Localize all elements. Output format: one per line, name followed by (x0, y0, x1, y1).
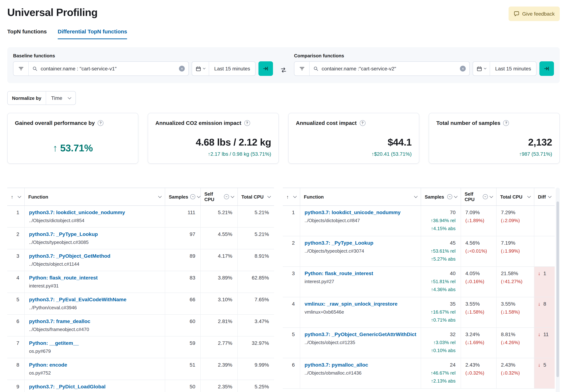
samples-cell: 32 ↑3.03% rel ↑0.10% abs (421, 328, 461, 358)
calendar-dropdown-button[interactable] (192, 62, 209, 75)
normalize-row: Normalize by Time (7, 91, 560, 105)
swap-comparison-button[interactable] (273, 67, 294, 73)
function-cell: python3.7: lookdict_unicode_nodummy ../O… (300, 206, 421, 236)
scrollbar-thumb[interactable] (556, 201, 559, 377)
samples-cell: 66 (165, 293, 201, 314)
total-cpu-cell: 5.21% (238, 206, 274, 227)
function-link[interactable]: python3.7: _PyType_Lookup (29, 231, 98, 237)
total-cpu-cell: 62.85% (238, 271, 274, 293)
function-link[interactable]: python3.7: _PyObject_GenericGetAttrWithD… (304, 331, 416, 337)
filter-icon[interactable] (294, 62, 310, 75)
self-cpu-column-header[interactable]: Self CPU ~ (201, 188, 238, 205)
total-cpu-cell: 32.97% (238, 336, 274, 358)
tab-differential-topn-functions[interactable]: Differential TopN functions (58, 28, 127, 39)
help-icon[interactable]: ? (503, 120, 509, 126)
chevron-down-icon[interactable] (64, 91, 75, 105)
self-cpu-change: (↓0.16%) (465, 279, 492, 284)
table-row: 9 python3.7: _PyDict_LoadGlobal 50 2.35%… (7, 380, 274, 392)
self-cpu-value: 7.09% (465, 210, 492, 215)
baseline-time-range[interactable]: Last 15 minutes (209, 66, 255, 71)
self-cpu-cell: 2.39% (201, 358, 238, 380)
total-cpu-cell: 7.19% (↓1.99%) (497, 236, 534, 266)
function-link[interactable]: python3.7: _PyEval_EvalCodeWithName (29, 296, 126, 302)
function-path: os.py#752 (29, 370, 160, 376)
total-cpu-column-header[interactable]: Total CPU (238, 188, 274, 205)
help-icon[interactable]: ? (98, 120, 103, 126)
filter-icon[interactable] (14, 62, 29, 75)
samples-cell: 59 (165, 336, 201, 358)
function-link[interactable]: Python: flask_route_interest (304, 270, 373, 276)
filter-panel: Baseline functions × (7, 47, 560, 83)
table-row: 1 python3.7: lookdict_unicode_nodummy ..… (7, 206, 274, 228)
function-path: ../Objects/obmalloc.c#1436 (304, 370, 416, 376)
apply-arrow-icon (263, 66, 269, 71)
comparison-apply-button[interactable] (539, 61, 554, 76)
samples-column-header[interactable]: Samples ~ (165, 188, 201, 205)
function-column-header[interactable]: Function (300, 188, 421, 205)
total-cpu-cell: 3.55% (↓1.58%) (497, 297, 534, 327)
self-cpu-change: (↓1.89%) (465, 218, 492, 223)
help-icon[interactable]: ? (360, 120, 365, 126)
comparison-query-input[interactable] (322, 66, 456, 71)
arrow-down-icon: ↓ (538, 270, 540, 276)
clear-icon[interactable]: × (460, 66, 466, 71)
table-row: 6 python3.7: frame_dealloc ../Objects/fr… (7, 315, 274, 336)
baseline-apply-button[interactable] (259, 61, 273, 76)
baseline-filter-group: Baseline functions × (13, 53, 273, 76)
table-row: 6 python3.7: pymalloc_alloc ../Objects/o… (283, 358, 555, 389)
function-path: interest.py#27 (304, 279, 416, 284)
rank-cell: 2 (7, 228, 25, 249)
function-link[interactable]: Python: encode (29, 362, 67, 368)
samples-column-header[interactable]: Samples ~ (421, 188, 461, 205)
rank-cell: 1 (7, 206, 25, 227)
feedback-label: Give feedback (522, 11, 555, 17)
chevron-down-icon (548, 194, 552, 198)
clear-icon[interactable]: × (179, 66, 185, 71)
function-cell: python3.7: _PyDict_LoadGlobal (25, 380, 165, 392)
normalize-by-select[interactable]: Time (46, 91, 64, 105)
total-cpu-value: 21.58% (501, 270, 530, 276)
function-link[interactable]: python3.7: pymalloc_alloc (304, 362, 368, 368)
diff-cell (534, 206, 555, 236)
self-cpu-column-header[interactable]: Self CPU ~ (461, 188, 497, 205)
function-cell: vmlinux: _raw_spin_unlock_irqrestore vml… (300, 297, 421, 327)
function-column-header[interactable]: Function (25, 188, 165, 205)
calendar-icon (196, 66, 201, 71)
co2-delta: ↑2.17 lbs / 0.98 kg (53.71%) (155, 151, 271, 157)
function-link[interactable]: python3.7: _PyType_Lookup (304, 240, 373, 246)
give-feedback-button[interactable]: Give feedback (508, 7, 560, 21)
estimate-icon: ~ (483, 194, 488, 199)
function-link[interactable]: python3.7: lookdict_unicode_nodummy (304, 210, 401, 215)
function-link[interactable]: Python: __getitem__ (29, 340, 79, 346)
sort-ascending-icon: ↑ (286, 194, 289, 199)
total-cpu-column-header[interactable]: Total CPU (497, 188, 534, 205)
total-cpu-value: 8.81% (501, 331, 530, 337)
chevron-down-icon (197, 194, 201, 198)
card-title: Annualized CO2 emission impact (155, 120, 241, 126)
samples-rel-change: ↑16.67% rel (425, 309, 456, 315)
rank-column-header[interactable]: ↑ (7, 188, 25, 205)
comparison-time-range[interactable]: Last 15 minutes (490, 66, 536, 71)
function-link[interactable]: vmlinux: _raw_spin_unlock_irqrestore (304, 301, 398, 307)
function-link[interactable]: python3.7: _PyDict_LoadGlobal (29, 384, 106, 390)
table-row: 2 python3.7: _PyType_Lookup ../Objects/t… (7, 228, 274, 249)
function-link[interactable]: python3.7: lookdict_unicode_nodummy (29, 210, 125, 215)
tab-topn-functions[interactable]: TopN functions (7, 28, 47, 39)
self-cpu-cell: 3.55% (↓1.58%) (461, 297, 497, 327)
function-cell: Python: __getitem__ os.py#679 (25, 336, 165, 358)
comparison-search-combo: × (294, 61, 470, 76)
self-cpu-change: (↓0.32%) (465, 370, 492, 376)
function-link[interactable]: python3.7: _PyObject_GetMethod (29, 253, 110, 259)
rank-column-header[interactable]: ↑ (283, 188, 300, 205)
comparison-controls: × Last 15 minutes (294, 61, 554, 76)
header-label: Self CPU (465, 191, 481, 202)
function-link[interactable]: Python: flask_route_interest (29, 275, 98, 280)
self-cpu-cell: 2.43% (↓0.32%) (461, 358, 497, 388)
calendar-dropdown-button[interactable] (473, 62, 490, 75)
diff-column-header[interactable]: Diff (534, 188, 555, 205)
function-link[interactable]: python3.7: frame_dealloc (29, 318, 90, 324)
help-icon[interactable]: ? (244, 120, 250, 126)
summary-cards: Gained overall performance by ? ↑ 53.71%… (7, 113, 560, 164)
baseline-query-input[interactable] (41, 66, 175, 71)
samples-cell: 70 ↑36.94% rel ↑4.15% abs (421, 206, 461, 236)
